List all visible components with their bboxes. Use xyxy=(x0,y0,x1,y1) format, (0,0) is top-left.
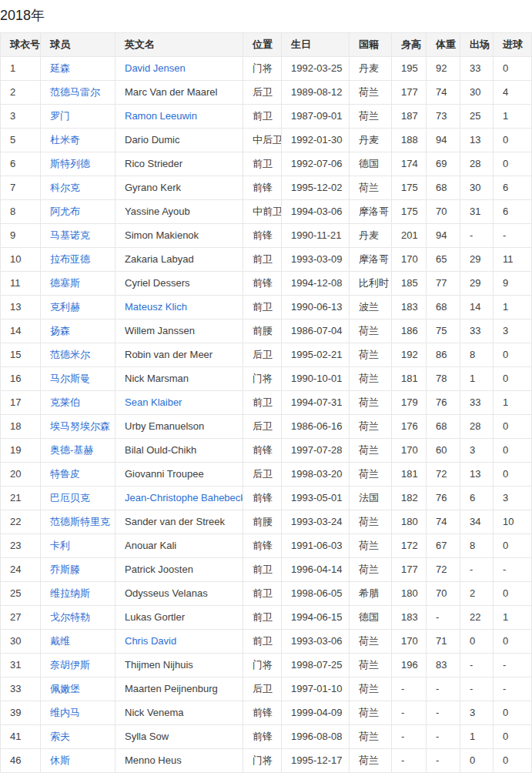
cell-weight: 74 xyxy=(427,510,460,534)
cell-goals: 9 xyxy=(494,272,532,296)
player-en_name-link[interactable]: Sean Klaiber xyxy=(125,396,182,408)
cell-en_name: Willem Janssen xyxy=(115,319,243,343)
player-name-link[interactable]: 范德斯特里克 xyxy=(50,516,110,527)
cell-height: - xyxy=(392,749,427,773)
player-name-link[interactable]: 特鲁皮 xyxy=(50,468,80,480)
cell-position: 后卫 xyxy=(243,677,282,701)
cell-name: 科尔克 xyxy=(41,176,115,200)
cell-goals: 3 xyxy=(494,319,532,343)
player-en_name-link[interactable]: Chris David xyxy=(125,635,176,647)
player-name-link[interactable]: 维内马 xyxy=(50,707,80,718)
column-header-goals: 进球 xyxy=(494,33,532,57)
page: 2018年 球衣号球员英文名位置生日国籍身高体重出场进球 1延森David Je… xyxy=(0,0,532,776)
cell-en_name: Sander van der Streek xyxy=(115,510,243,534)
cell-nationality: 荷兰 xyxy=(350,343,392,367)
cell-name: 马尔斯曼 xyxy=(41,367,115,391)
cell-en_name: Urby Emanuelson xyxy=(115,415,243,439)
cell-number: 46 xyxy=(1,749,41,773)
player-name-link[interactable]: 巴厄贝克 xyxy=(50,492,90,503)
cell-name: 拉布亚德 xyxy=(41,248,115,272)
player-en_name-link[interactable]: Mateusz Klich xyxy=(125,301,187,313)
player-name-link[interactable]: 马基诺克 xyxy=(50,229,90,241)
player-name-link[interactable]: 范德米尔 xyxy=(50,349,90,360)
cell-goals: 10 xyxy=(494,510,532,534)
player-name-link[interactable]: 休斯 xyxy=(50,754,70,766)
cell-birthday: 1997-07-28 xyxy=(282,439,350,463)
cell-goals: 0 xyxy=(494,57,532,81)
cell-goals: 1 xyxy=(494,296,532,319)
cell-nationality: 荷兰 xyxy=(350,677,392,701)
player-name-link[interactable]: 索夫 xyxy=(50,731,70,742)
cell-appearances: 1 xyxy=(460,725,494,749)
player-name-link[interactable]: 杜米奇 xyxy=(50,134,80,146)
cell-number: 8 xyxy=(1,200,41,224)
cell-appearances: 29 xyxy=(460,248,494,272)
cell-birthday: 1999-04-09 xyxy=(282,701,350,725)
cell-en_name: Robin van der Meer xyxy=(115,343,243,367)
player-name-link[interactable]: 范德马雷尔 xyxy=(50,86,100,98)
player-name-link[interactable]: 克利赫 xyxy=(50,301,80,313)
player-name-link[interactable]: 奥德-基赫 xyxy=(50,444,93,456)
cell-appearances: 22 xyxy=(460,606,494,630)
player-name-link[interactable]: 乔斯滕 xyxy=(50,564,80,575)
cell-position: 门将 xyxy=(243,57,282,81)
player-en_name-link[interactable]: David Jensen xyxy=(125,62,186,74)
cell-goals: 0 xyxy=(494,582,532,606)
player-name-link[interactable]: 德塞斯 xyxy=(50,277,80,289)
player-name-link[interactable]: 戴维 xyxy=(50,635,70,647)
cell-number: 30 xyxy=(1,630,41,654)
cell-appearances: 0 xyxy=(460,630,494,654)
cell-position: 前卫 xyxy=(243,606,282,630)
player-name-link[interactable]: 维拉纳斯 xyxy=(50,587,90,599)
cell-goals: 0 xyxy=(494,630,532,654)
cell-appearances: 33 xyxy=(460,319,494,343)
cell-birthday: 1998-06-05 xyxy=(282,582,350,606)
player-name-link[interactable]: 罗门 xyxy=(50,110,70,122)
cell-weight: 68 xyxy=(427,296,460,319)
cell-height: 192 xyxy=(392,343,427,367)
cell-number: 19 xyxy=(1,439,41,463)
player-name-link[interactable]: 斯特列德 xyxy=(50,158,90,169)
player-name-link[interactable]: 延森 xyxy=(50,62,70,74)
cell-position: 前锋 xyxy=(243,725,282,749)
cell-en_name: Sean Klaiber xyxy=(115,391,243,415)
cell-nationality: 荷兰 xyxy=(350,749,392,773)
cell-en_name: Sylla Sow xyxy=(115,725,243,749)
cell-appearances: - xyxy=(460,654,494,677)
player-name-link[interactable]: 拉布亚德 xyxy=(50,253,90,265)
player-name-link[interactable]: 戈尔特勒 xyxy=(50,611,90,623)
column-header-height: 身高 xyxy=(392,33,427,57)
cell-en_name: Rico Strieder xyxy=(115,152,243,176)
player-name-link[interactable]: 扬森 xyxy=(50,325,70,336)
cell-number: 15 xyxy=(1,343,41,367)
cell-appearances: 29 xyxy=(460,272,494,296)
cell-birthday: 1994-06-15 xyxy=(282,606,350,630)
player-name-link[interactable]: 佩嫩堡 xyxy=(50,683,80,694)
player-name-link[interactable]: 奈胡伊斯 xyxy=(50,659,90,671)
cell-number: 1 xyxy=(1,57,41,81)
column-header-name: 球员 xyxy=(41,33,115,57)
player-name-link[interactable]: 卡利 xyxy=(50,540,70,551)
player-en_name-link[interactable]: Ramon Leeuwin xyxy=(125,110,197,122)
table-row: 22范德斯特里克Sander van der Streek前腰1993-03-2… xyxy=(1,510,532,534)
cell-en_name: Maarten Peijnenburg xyxy=(115,677,243,701)
player-en_name-link[interactable]: Jean-Christophe Bahebeck xyxy=(125,492,243,503)
cell-height: 201 xyxy=(392,224,427,248)
cell-goals: 0 xyxy=(494,129,532,152)
cell-number: 7 xyxy=(1,176,41,200)
cell-position: 前卫 xyxy=(243,391,282,415)
cell-number: 17 xyxy=(1,391,41,415)
cell-weight: 77 xyxy=(427,272,460,296)
cell-name: 德塞斯 xyxy=(41,272,115,296)
player-name-link[interactable]: 马尔斯曼 xyxy=(50,373,90,384)
table-row: 41索夫Sylla Sow前锋1996-08-08荷兰--10 xyxy=(1,725,532,749)
cell-birthday: 1995-12-17 xyxy=(282,749,350,773)
cell-weight: 83 xyxy=(427,654,460,677)
cell-birthday: 1992-03-25 xyxy=(282,57,350,81)
player-name-link[interactable]: 埃马努埃尔森 xyxy=(50,420,110,432)
cell-en_name: Jean-Christophe Bahebeck xyxy=(115,487,243,510)
player-name-link[interactable]: 阿尤布 xyxy=(50,206,80,217)
cell-en_name: Zakaria Labyad xyxy=(115,248,243,272)
player-name-link[interactable]: 科尔克 xyxy=(50,182,80,193)
player-name-link[interactable]: 克莱伯 xyxy=(50,396,80,408)
